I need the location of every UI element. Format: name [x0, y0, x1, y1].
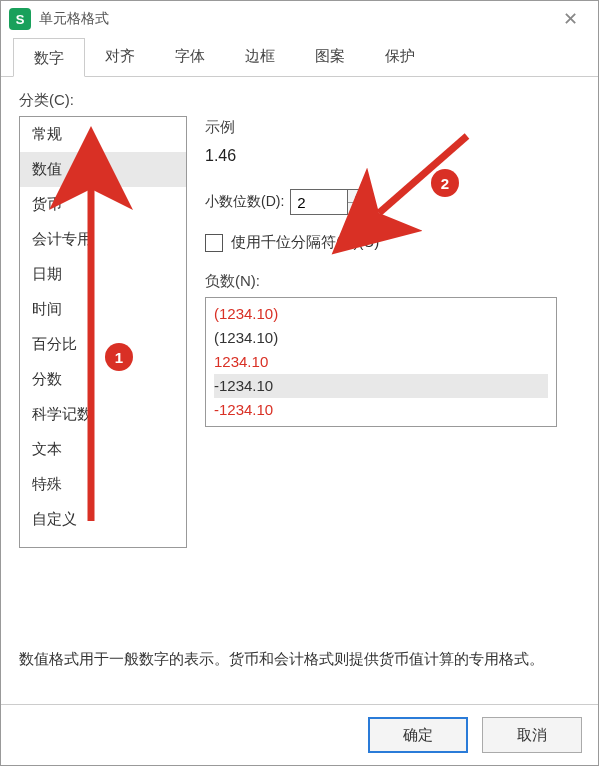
- negative-format-list[interactable]: (1234.10) (1234.10) 1234.10 -1234.10 -12…: [205, 297, 557, 427]
- cancel-button[interactable]: 取消: [482, 717, 582, 753]
- tab-alignment[interactable]: 对齐: [85, 37, 155, 76]
- tab-number[interactable]: 数字: [13, 38, 85, 77]
- dialog-body: 分类(C): 常规 数值 货币 会计专用 日期 时间 百分比 分数 科学记数 文…: [1, 77, 598, 693]
- window-title: 单元格格式: [39, 10, 550, 28]
- close-icon[interactable]: ✕: [550, 8, 590, 30]
- negative-option[interactable]: 1234.10: [214, 350, 548, 374]
- tab-pattern[interactable]: 图案: [295, 37, 365, 76]
- category-item-date[interactable]: 日期: [20, 257, 186, 292]
- negative-option[interactable]: (1234.10): [214, 326, 548, 350]
- thousands-separator-label: 使用千位分隔符( , )(U): [231, 233, 379, 252]
- tab-bar: 数字 对齐 字体 边框 图案 保护: [1, 37, 598, 77]
- category-item-time[interactable]: 时间: [20, 292, 186, 327]
- tab-font[interactable]: 字体: [155, 37, 225, 76]
- decimal-places-input[interactable]: [291, 190, 347, 214]
- category-item-text[interactable]: 文本: [20, 432, 186, 467]
- app-icon: S: [9, 8, 31, 30]
- category-item-accounting[interactable]: 会计专用: [20, 222, 186, 257]
- spinner-down-icon[interactable]: ▼: [348, 202, 366, 215]
- thousands-separator-checkbox[interactable]: 使用千位分隔符( , )(U): [205, 233, 580, 252]
- negative-option[interactable]: (1234.10): [214, 302, 548, 326]
- tab-border[interactable]: 边框: [225, 37, 295, 76]
- category-item-percent[interactable]: 百分比: [20, 327, 186, 362]
- negative-label: 负数(N):: [205, 272, 580, 291]
- decimal-places-spinner[interactable]: ▲ ▼: [290, 189, 367, 215]
- category-item-number[interactable]: 数值: [20, 152, 186, 187]
- negative-option[interactable]: -1234.10: [214, 398, 548, 422]
- sample-value: 1.46: [205, 147, 580, 165]
- settings-pane: 示例 1.46 小数位数(D): ▲ ▼ 使用千位分隔符( , )(U) 负数(…: [205, 116, 580, 548]
- ok-button[interactable]: 确定: [368, 717, 468, 753]
- category-list[interactable]: 常规 数值 货币 会计专用 日期 时间 百分比 分数 科学记数 文本 特殊 自定…: [19, 116, 187, 548]
- format-description: 数值格式用于一般数字的表示。货币和会计格式则提供货币值计算的专用格式。: [19, 647, 580, 671]
- dialog-footer: 确定 取消: [1, 704, 598, 765]
- negative-option[interactable]: -1234.10: [214, 374, 548, 398]
- category-label: 分类(C):: [19, 91, 580, 110]
- category-item-scientific[interactable]: 科学记数: [20, 397, 186, 432]
- category-item-custom[interactable]: 自定义: [20, 502, 186, 537]
- tab-protection[interactable]: 保护: [365, 37, 435, 76]
- category-item-fraction[interactable]: 分数: [20, 362, 186, 397]
- category-item-special[interactable]: 特殊: [20, 467, 186, 502]
- title-bar: S 单元格格式 ✕: [1, 1, 598, 37]
- decimal-places-label: 小数位数(D):: [205, 193, 284, 211]
- spinner-up-icon[interactable]: ▲: [348, 190, 366, 202]
- sample-label: 示例: [205, 118, 580, 137]
- category-item-currency[interactable]: 货币: [20, 187, 186, 222]
- checkbox-icon[interactable]: [205, 234, 223, 252]
- category-item-general[interactable]: 常规: [20, 117, 186, 152]
